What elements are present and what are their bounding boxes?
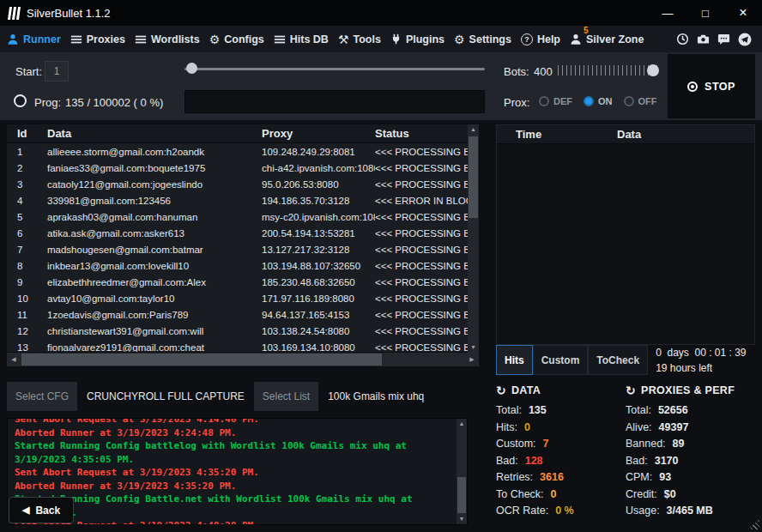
select-list-button[interactable]: Select List (254, 382, 318, 411)
config-bar: Select CFG CRUNCHYROLL FULL CAPTURE Sele… (7, 382, 468, 411)
table-row[interactable]: 8inkbear13@gmail.com:lovekill10103.194.8… (7, 257, 468, 274)
table-row[interactable]: 6atika.ask@gmail.com:asker613200.54.194.… (7, 225, 468, 241)
nav-item-help[interactable]: ?Help (521, 33, 560, 45)
table-row[interactable]: 3cataoly121@gmail.com:jogeeslindo95.0.20… (7, 176, 468, 192)
cell-proxy: 200.54.194.13:53281 (262, 228, 375, 239)
stat-label: Credit: (626, 487, 657, 504)
close-button[interactable]: × (724, 0, 762, 26)
scroll-left-icon[interactable]: ◀ (7, 353, 21, 366)
chat-icon[interactable] (717, 33, 730, 45)
bots-slider[interactable] (558, 61, 661, 80)
table-row[interactable]: 13fionaalvarez9191@gmail.com:cheat103.16… (7, 339, 468, 352)
slider-track (184, 68, 485, 70)
notification-badge: 5 (584, 26, 589, 35)
table-row[interactable]: 12christianstewart391@gmail.com:will103.… (7, 323, 468, 339)
column-header-data[interactable]: Data (617, 128, 754, 141)
nav-item-hits-db[interactable]: Hits DB (274, 33, 329, 45)
person-icon (570, 33, 582, 45)
stat-bad: Bad:3170 (626, 453, 755, 470)
start-input[interactable] (45, 61, 69, 82)
progress-radio-icon[interactable] (14, 94, 27, 107)
tab-hits[interactable]: Hits (496, 345, 533, 375)
results-vertical-scrollbar[interactable]: ▲ ▼ (468, 124, 479, 353)
bots-slider-thumb[interactable] (647, 64, 659, 76)
cell-id: 8 (17, 261, 47, 271)
scroll-up-icon[interactable]: ▲ (457, 419, 467, 429)
cell-proxy: 103.194.88.107:32650 (262, 261, 375, 271)
slider-thumb[interactable] (186, 63, 197, 74)
stop-button[interactable]: STOP (667, 53, 756, 119)
scroll-down-icon[interactable]: ▼ (457, 514, 467, 524)
select-cfg-button[interactable]: Select CFG (7, 382, 77, 411)
column-header-id[interactable]: Id (17, 127, 47, 140)
nav-item-runner[interactable]: Runner (7, 33, 61, 45)
cell-proxy: 94.64.137.165:4153 (262, 310, 375, 320)
perf-icon: ↻ (626, 384, 636, 397)
minimize-button[interactable]: — (649, 0, 686, 26)
nav-item-settings[interactable]: ⚙Settings (454, 33, 511, 45)
elapsed-time: 0 days 00 : 01 : 39 (656, 345, 746, 360)
start-label: Start: (15, 65, 42, 78)
nav-item-silver-zone[interactable]: Silver Zone5 (570, 33, 644, 45)
stat-value: 49397 (659, 420, 689, 437)
scroll-up-icon[interactable]: ▲ (468, 124, 479, 135)
cell-proxy: 109.248.249.29:8081 (262, 147, 375, 157)
telegram-icon[interactable] (738, 33, 752, 46)
cell-proxy: msy-c20.ipvanish.com:108 (262, 212, 375, 222)
stat-value: 7 (543, 436, 549, 453)
results-horizontal-scrollbar[interactable]: ◀ ▶ (7, 353, 479, 366)
nav-item-plugins[interactable]: Plugins (390, 33, 444, 45)
log-scrollbar[interactable]: ▲ ▼ (457, 419, 467, 524)
log-line: Started Running Config battlelog with Wo… (15, 439, 451, 466)
prox-option-label: DEF (553, 96, 572, 106)
cell-proxy: chi-a42.ipvanish.com:1080 (262, 163, 375, 173)
runner-icon (7, 33, 19, 45)
scrollbar-thumb[interactable] (469, 136, 478, 218)
prox-option-def[interactable]: DEF (539, 96, 572, 106)
back-button-label: Back (35, 505, 60, 517)
scroll-right-icon[interactable]: ▶ (465, 353, 479, 366)
resize-grip[interactable] (748, 518, 759, 529)
scrollbar-thumb[interactable] (457, 477, 466, 513)
table-row[interactable]: 10avtay10@gmail.com:taylor10171.97.116.1… (7, 290, 468, 306)
prox-option-label: ON (598, 96, 613, 106)
history-icon[interactable] (676, 33, 689, 45)
progress-value: 135 / 100002 ( 0 %) (65, 96, 163, 109)
column-header-time[interactable]: Time (516, 128, 617, 141)
cell-data: aprakash03@gmail.com:hanuman (47, 212, 262, 222)
stat-label: Total: (626, 402, 651, 420)
table-row[interactable]: 1allieeee.storm@gmail.com:h2oandk109.248… (7, 143, 468, 160)
prox-option-off[interactable]: OFF (624, 96, 657, 106)
table-row[interactable]: 7madshougesen@gmail.com:batmar13.127.217… (7, 241, 468, 257)
table-row[interactable]: 111zoedavis@gmail.com:Paris78994.64.137.… (7, 306, 468, 323)
nav-item-wordlists[interactable]: Wordlists (135, 33, 200, 45)
list-icon (70, 33, 82, 45)
gear-icon: ⚙ (209, 33, 221, 45)
maximize-button[interactable]: □ (686, 0, 724, 26)
camera-icon[interactable] (697, 33, 710, 45)
nav-item-configs[interactable]: ⚙Configs (209, 33, 264, 45)
tab-custom[interactable]: Custom (533, 345, 589, 375)
start-slider[interactable] (184, 63, 485, 75)
column-header-proxy[interactable]: Proxy (262, 127, 375, 140)
tab-tocheck[interactable]: ToCheck (588, 345, 648, 375)
prox-option-on[interactable]: ON (584, 96, 613, 106)
column-header-data[interactable]: Data (47, 127, 262, 140)
stat-value: 135 (529, 402, 547, 420)
stat-value: 3616 (540, 469, 564, 487)
stop-icon (687, 82, 698, 92)
scroll-down-icon[interactable]: ▼ (468, 342, 479, 353)
nav-item-label: Silver Zone (586, 33, 644, 45)
table-row[interactable]: 9elizabethhreedmer@gmail.com:Alex185.230… (7, 274, 468, 290)
column-header-status[interactable]: Status (375, 127, 468, 140)
cell-proxy: 95.0.206.53:8080 (262, 179, 375, 190)
nav-item-proxies[interactable]: Proxies (70, 33, 125, 45)
scrollbar-thumb[interactable] (21, 354, 382, 366)
table-row[interactable]: 2faniaes33@gmail.com:boquete1975chi-a42.… (7, 160, 468, 176)
table-row[interactable]: 5aprakash03@gmail.com:hanumanmsy-c20.ipv… (7, 209, 468, 225)
back-button[interactable]: ◀ Back (9, 497, 74, 523)
cell-status: <<< ERROR IN BLOCK: R (375, 196, 468, 206)
log-line: Sent Abort Request at 3/19/2023 4:14:46 … (15, 418, 451, 426)
table-row[interactable]: 4339981@gmail.com:123456194.186.35.70:31… (7, 192, 468, 209)
nav-item-tools[interactable]: ⚒Tools (338, 33, 381, 45)
